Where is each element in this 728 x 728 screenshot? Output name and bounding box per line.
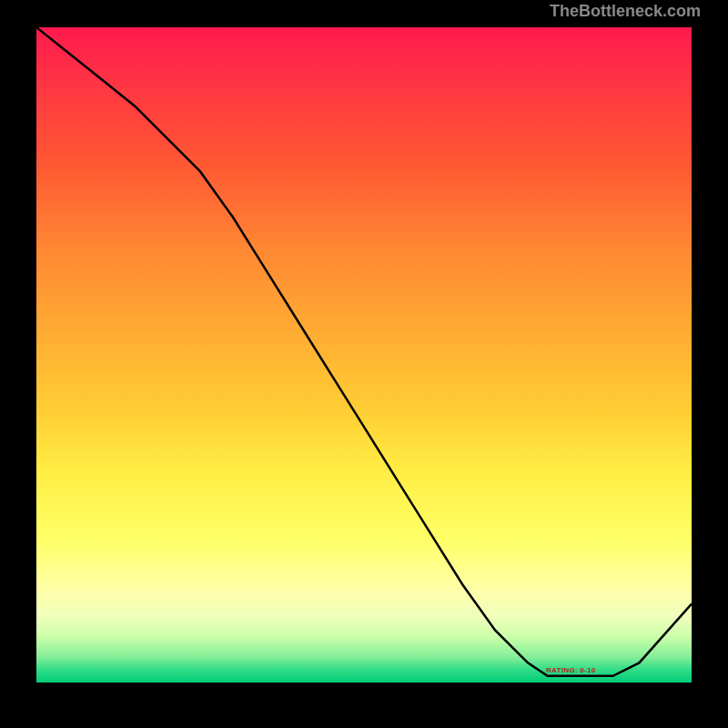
bottleneck-curve [36, 27, 692, 682]
rating-band-label: RATING: 0-10 [546, 666, 596, 674]
watermark-text: TheBottleneck.com [550, 2, 701, 21]
chart-container: TheBottleneck.com RATING: 0-10 [0, 0, 728, 728]
plot-area: RATING: 0-10 [36, 27, 692, 682]
